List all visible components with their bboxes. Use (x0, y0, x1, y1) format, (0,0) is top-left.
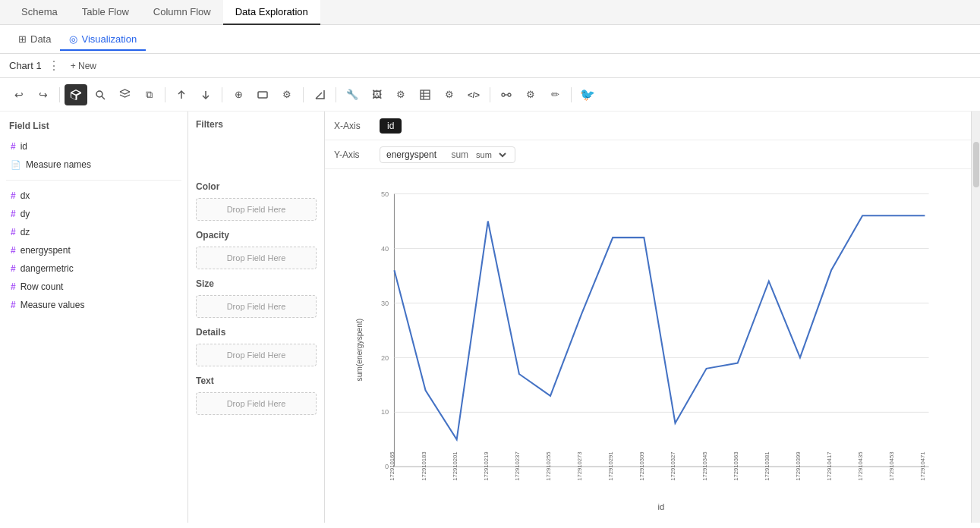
sep3 (222, 87, 222, 102)
svg-text:172910255: 172910255 (545, 451, 552, 480)
chart-bar: Chart 1 ⋮ + New (0, 54, 980, 78)
search-btn[interactable] (89, 84, 112, 105)
opacity-drop-zone[interactable]: Drop Field Here (196, 247, 317, 269)
redo-btn[interactable]: ↪ (32, 84, 55, 105)
field-dx[interactable]: # dx ⋮ (6, 187, 181, 205)
table-icon: ⊞ (18, 33, 27, 45)
text-drop-zone[interactable]: Drop Field Here (196, 392, 317, 415)
details-drop-zone[interactable]: Drop Field Here (196, 344, 317, 366)
field-measurevalues[interactable]: # Measure values ⋮ (6, 296, 181, 314)
tab-dataexploration[interactable]: Data Exploration (223, 0, 320, 25)
layers-btn[interactable] (113, 84, 136, 105)
svg-text:172910273: 172910273 (576, 451, 583, 480)
hash-icon-energyspent: # (11, 245, 16, 256)
svg-text:172910363: 172910363 (733, 451, 739, 480)
new-chart-button[interactable]: + New (66, 59, 101, 73)
svg-text:172910327: 172910327 (670, 451, 676, 480)
sep7 (571, 87, 572, 102)
sep6 (490, 87, 490, 102)
line-chart: sum(energyspent) 0 10 20 30 40 50 (337, 178, 959, 514)
chart-options-btn[interactable]: ⋮ (48, 58, 60, 73)
hash-icon-dz: # (11, 227, 16, 237)
subtab-visualization[interactable]: ◎ Visualization (60, 29, 146, 51)
svg-text:20: 20 (381, 354, 389, 362)
svg-text:172910201: 172910201 (452, 451, 458, 480)
settings-inline-btn[interactable]: ⚙ (276, 84, 298, 105)
move-down-btn[interactable] (194, 84, 217, 105)
tab-schema[interactable]: Schema (9, 0, 70, 25)
filters-title: Filters (196, 119, 317, 130)
zoom-btn[interactable]: ⊕ (227, 84, 250, 105)
node-btn[interactable] (495, 84, 518, 105)
x-axis-label: X-Axis (334, 121, 372, 131)
hash-icon-id: # (11, 141, 16, 152)
svg-rect-5 (421, 90, 430, 99)
field-list-panel: Field List # id ⋮ 📄 Measure names ⋮ # dx… (0, 112, 188, 523)
y-axis-agg-select[interactable]: sum avg count min max (473, 149, 509, 160)
details-title: Details (196, 327, 317, 338)
svg-line-1 (102, 96, 105, 99)
y-axis-value[interactable]: energyspent sum sum avg count min max (380, 146, 515, 163)
hash-icon-rowcount: # (11, 281, 16, 292)
copy-btn[interactable]: ⧉ (137, 84, 160, 105)
svg-text:172910453: 172910453 (888, 451, 895, 480)
brush-btn[interactable]: ✏ (544, 84, 566, 105)
svg-text:172910309: 172910309 (638, 451, 645, 480)
image-settings-btn[interactable]: ⚙ (389, 84, 412, 105)
scrollbar-thumb[interactable] (973, 142, 979, 187)
field-rowcount[interactable]: # Row count ⋮ (6, 278, 181, 296)
code-btn[interactable]: </> (462, 84, 485, 105)
gear3-btn[interactable]: ⚙ (438, 84, 461, 105)
svg-rect-4 (258, 92, 267, 98)
viz-icon: ◎ (69, 33, 77, 45)
main-layout: Field List # id ⋮ 📄 Measure names ⋮ # dx… (0, 112, 980, 523)
hash-icon-dangermetric: # (11, 263, 16, 274)
size-title: Size (196, 278, 317, 289)
gear4-btn[interactable]: ⚙ (519, 84, 542, 105)
top-nav: Schema Table Flow Column Flow Data Explo… (0, 0, 980, 25)
doc-icon-measure-names: 📄 (11, 160, 21, 170)
sep2 (165, 87, 165, 102)
color-drop-zone[interactable]: Drop Field Here (196, 198, 317, 221)
cube-btn[interactable] (65, 84, 87, 105)
svg-text:172910291: 172910291 (607, 451, 614, 480)
svg-text:172910417: 172910417 (826, 451, 833, 480)
field-dz[interactable]: # dz ⋮ (6, 223, 181, 241)
wrench-btn[interactable]: 🔧 (341, 84, 364, 105)
field-dy[interactable]: # dy ⋮ (6, 205, 181, 223)
svg-text:30: 30 (381, 300, 389, 307)
field-id[interactable]: # id ⋮ (6, 137, 181, 156)
svg-text:172910399: 172910399 (795, 451, 802, 480)
undo-btn[interactable]: ↩ (8, 84, 30, 105)
move-up-btn[interactable] (170, 84, 193, 105)
angle-btn[interactable] (308, 84, 331, 105)
x-axis-chart-label: id (658, 502, 665, 511)
image-btn[interactable]: 🖼 (365, 84, 388, 105)
frame-btn[interactable] (251, 84, 274, 105)
sep5 (336, 87, 336, 102)
toolbar: ↩ ↪ ⧉ ⊕ ⚙ 🔧 🖼 ⚙ ⚙ </> ⚙ ✏ 🐦 (0, 78, 980, 112)
filters-panel: Filters Color Drop Field Here Opacity Dr… (188, 112, 325, 523)
tab-columnflow[interactable]: Column Flow (141, 0, 223, 25)
size-drop-zone[interactable]: Drop Field Here (196, 295, 317, 318)
svg-text:172910345: 172910345 (701, 451, 708, 480)
axis-config-panel: X-Axis id Y-Axis energyspent sum sum avg… (325, 112, 971, 523)
hash-icon-dy: # (11, 209, 16, 219)
field-dangermetric[interactable]: # dangermetric ⋮ (6, 259, 181, 278)
table-toolbar-btn[interactable] (414, 84, 436, 105)
bird-btn[interactable]: 🐦 (576, 84, 599, 105)
svg-text:50: 50 (381, 190, 389, 198)
field-energyspent[interactable]: # energyspent ⋮ (6, 241, 181, 259)
sep1 (59, 87, 60, 102)
chart-line (394, 215, 925, 439)
svg-text:172910219: 172910219 (483, 451, 490, 480)
sep4 (303, 87, 304, 102)
hash-icon-dx: # (11, 190, 16, 201)
subtab-data[interactable]: ⊞ Data (9, 29, 60, 51)
svg-point-9 (502, 93, 505, 96)
x-axis-value[interactable]: id (380, 118, 402, 134)
tab-tableflow[interactable]: Table Flow (70, 0, 141, 25)
y-axis-label: Y-Axis (334, 149, 372, 160)
field-measure-names[interactable]: 📄 Measure names ⋮ (6, 156, 181, 174)
svg-text:172910183: 172910183 (421, 451, 427, 480)
